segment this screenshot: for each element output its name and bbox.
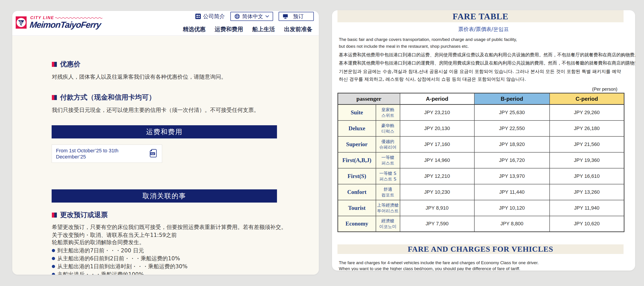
change-title: 更改预订或退票 xyxy=(60,210,108,220)
company-profile-link[interactable]: 公司简介 xyxy=(195,13,225,20)
grid-icon xyxy=(195,14,201,19)
intro-korean: 기본운임과 요금에는 수송,객실과 침대,선내 공용시설 이용 요금이 포함되어… xyxy=(339,68,625,83)
utility-nav: 公司简介 简体中文 预订 xyxy=(195,12,314,21)
globe-icon xyxy=(234,14,240,19)
fare-pdf-label: From 1st October’25 to 31th December’25 xyxy=(56,148,142,160)
ferry-logo-icon xyxy=(16,16,26,30)
heading-square-icon xyxy=(52,95,57,100)
table-row: Tourist 上等經濟艙투어리스트 JPY 8,910 JPY 10,120 … xyxy=(338,200,624,216)
table-header-row: passenger A-period B-period C-period xyxy=(338,93,624,104)
change-line-2: 关于改变预约・取消、请联系在当天上午11:59之前 xyxy=(52,232,177,239)
language-selector[interactable]: 简体中文 xyxy=(230,12,273,21)
logo-tagline: CITY LINE xyxy=(30,16,54,20)
page-content: 优惠价 对残疾人，团体客人以及往返乘客我们设有各种优惠价位，请随意询问。 付款方… xyxy=(12,36,319,275)
heading-square-icon xyxy=(52,212,57,218)
pdf-icon: PDF xyxy=(150,149,157,158)
svg-text:PDF: PDF xyxy=(151,153,155,155)
table-row: First(A,B,J) 一等艙퍼스트 JPY 14,960 JPY 16,72… xyxy=(338,152,624,168)
col-header-b-period: B-period xyxy=(474,93,550,104)
list-item: 从主船出港的6日前到2日前・・・乘船运费的10% xyxy=(52,254,188,262)
nav-item-deals[interactable]: 精选优惠 xyxy=(183,26,206,33)
booking-label: 预订 xyxy=(293,13,304,20)
change-section-heading: 更改预订或退票 xyxy=(52,210,108,220)
chevron-down-icon xyxy=(266,15,269,18)
intro-traditional-chinese: 基本運費和其他費用中包括港口到港口的運費用、房間使用費或床位費以及在船內利用公共… xyxy=(339,60,635,66)
col-header-passenger: passenger xyxy=(338,93,400,104)
monitor-icon xyxy=(283,14,288,19)
table-row: Confort 舒適컴포트 JPY 10,230 JPY 11,440 JPY … xyxy=(338,184,624,200)
discount-section-heading: 优惠价 xyxy=(52,60,80,69)
heading-square-icon xyxy=(52,62,57,67)
wavy-line-decoration xyxy=(55,17,104,19)
nav-item-before-departure[interactable]: 出发前准备 xyxy=(284,26,312,33)
fare-pdf-link[interactable]: From 1st October’25 to 31th December’25 … xyxy=(52,144,162,163)
cancellation-fee-list: 到主船出港的7日前・・・200 日元 从主船出港的6日前到2日前・・・乘船运费的… xyxy=(52,246,188,275)
nav-item-onboard-life[interactable]: 船上生活 xyxy=(252,26,275,33)
cancellation-banner: 取消关联的事 xyxy=(52,190,277,202)
booking-button[interactable]: 预订 xyxy=(278,12,314,21)
col-header-c-period: C-period xyxy=(550,93,624,104)
table-row: Superior 優越的슈페리어 JPY 17,160 JPY 18,920 J… xyxy=(338,136,624,152)
col-header-a-period: A-period xyxy=(400,93,474,104)
vehicles-line-1: The fare and charges for 4-wheel vehicle… xyxy=(339,260,539,265)
table-row: Suite 皇家舱스위트 JPY 23,210 JPY 25,630 JPY 2… xyxy=(338,104,624,120)
table-row: Economy 經濟艙이코노미 JPY 7,590 JPY 8,800 JPY … xyxy=(338,216,624,232)
change-line-1: 希望更改预订，只要有空的床位我们既可接受，但要按照运费表重新计算费用。若有差额须… xyxy=(52,224,286,231)
table-row: Deluxe 豪华舱디럭스 JPY 20,130 JPY 22,550 JPY … xyxy=(338,120,624,136)
intro-en-line-2: but does not include the meal in the res… xyxy=(339,44,469,49)
fare-table: passenger A-period B-period C-period Sui… xyxy=(338,93,624,232)
table-row: First(S) 一等艙 S퍼스트 S JPY 12,210 JPY 13,97… xyxy=(338,168,624,184)
per-person-note: (Per person) xyxy=(592,86,618,92)
list-item: 主船出港后・・・乘船运费的100% xyxy=(52,270,188,275)
list-item: 到主船出港的7日前・・・200 日元 xyxy=(52,246,188,254)
nav-item-fares[interactable]: 运费和费用 xyxy=(215,26,243,33)
payment-title: 付款方式（现金和信用卡均可） xyxy=(60,93,156,102)
language-label: 简体中文 xyxy=(242,13,263,20)
logo-brand-text: MeimonTaiyoFerry xyxy=(29,20,102,30)
fare-table-subtitle: 票价表/票價表/운임표 xyxy=(332,26,635,33)
change-line-3: 轮船票购买后的取消解除合同费发生。 xyxy=(52,239,145,246)
fares-banner: 运费和费用 xyxy=(52,125,277,138)
site-header: CITY LINE MeimonTaiyoFerry 公司简介 简体中文 xyxy=(12,11,319,36)
payment-section-heading: 付款方式（现金和信用卡均可） xyxy=(52,93,156,102)
fare-table-title: FARE TABLE xyxy=(338,10,624,22)
main-nav: 精选优惠 运费和费用 船上生活 出发前准备 xyxy=(183,26,312,33)
site-panel: CITY LINE MeimonTaiyoFerry 公司简介 简体中文 xyxy=(12,11,319,275)
intro-en-line-1: The basic fair and charge covers transpo… xyxy=(339,37,517,42)
vehicles-section-title: FARE AND CHARGES FOR VEHICLES xyxy=(338,244,624,254)
company-profile-label: 公司简介 xyxy=(203,13,225,20)
list-item: 从主船出港的1日前到出港时刻・・・乘船运费的30% xyxy=(52,262,188,270)
discount-body: 对残疾人，团体客人以及往返乘客我们设有各种优惠价位，请随意询问。 xyxy=(52,73,226,80)
vehicles-line-2: When you want to use the higher class be… xyxy=(339,266,520,270)
intro-simplified-chinese: 基本运费和其他费用中包括港口到港口的运费、房间使用费或床位费以及在船内利用公共设… xyxy=(339,52,635,58)
payment-body: 我们只接受日元現金，还可以使用主要的信用卡（须一次付清）。不可接受任何支票。 xyxy=(52,106,259,114)
company-logo[interactable]: CITY LINE MeimonTaiyoFerry xyxy=(16,16,107,32)
discount-title: 优惠价 xyxy=(60,60,80,69)
fare-table-panel: FARE TABLE 票价表/票價表/운임표 The basic fair an… xyxy=(332,10,635,270)
